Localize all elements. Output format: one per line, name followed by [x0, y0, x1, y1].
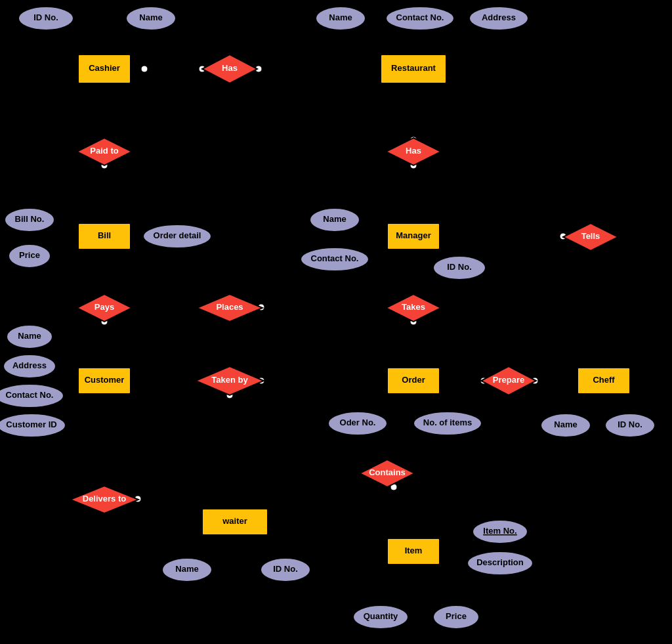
entity-item-label: Item — [405, 546, 423, 555]
attr-restaurant-name-label: Name — [329, 12, 352, 22]
entity-order-label: Order — [402, 375, 425, 385]
attr-waiter-id-label: ID No. — [273, 564, 298, 574]
attr-order-detail-label: Order detail — [154, 230, 201, 240]
attr-manager-name-label: Name — [323, 214, 346, 224]
entity-waiter-label: waiter — [222, 516, 247, 526]
attr-bill-price-label: Price — [19, 250, 40, 260]
attr-item-desc-label: Description — [476, 557, 524, 567]
rel-tells-label: Tells — [581, 231, 600, 241]
svg-line-4 — [341, 33, 400, 56]
attr-restaurant-address-label: Address — [482, 12, 516, 22]
svg-line-40 — [138, 499, 202, 522]
rel-has2-label: Has — [406, 146, 421, 156]
attr-waiter-name-label: Name — [175, 564, 198, 574]
rel-takes-label: Takes — [402, 302, 425, 312]
entity-customer-label: Customer — [85, 375, 125, 385]
attr-item-qty-label: Quantity — [364, 611, 398, 621]
rel-taken-by-label: Taken by — [211, 375, 248, 385]
rel-contains-label: Contains — [369, 467, 406, 477]
attr-cheff-name-label: Name — [554, 419, 577, 429]
rel-pays-label: Pays — [94, 302, 114, 312]
er-diagram: Cashier Restaurant Bill Manager Customer… — [0, 0, 672, 644]
rel-paid-to-label: Paid to — [90, 146, 118, 156]
svg-line-6 — [440, 33, 499, 56]
svg-line-37 — [387, 393, 400, 460]
rel-delivers-to-label: Delivers to — [83, 494, 127, 504]
attr-customer-contact-label: Contact No. — [6, 390, 54, 400]
svg-line-0 — [46, 33, 79, 69]
svg-point-47 — [141, 66, 148, 72]
attr-item-price-label: Price — [446, 611, 467, 621]
attr-customer-name-label: Name — [18, 331, 41, 341]
attr-order-items-label: No. of items — [423, 418, 472, 427]
attr-bill-no-label: Bill No. — [15, 214, 45, 224]
svg-line-1 — [125, 33, 151, 56]
svg-line-24 — [138, 307, 197, 381]
entity-manager-label: Manager — [396, 230, 430, 240]
svg-line-21 — [52, 366, 79, 381]
attr-item-no-label: Item No. — [483, 526, 516, 536]
entity-bill-label: Bill — [98, 230, 111, 240]
entity-cashier-label: Cashier — [89, 63, 120, 73]
entity-cheff-label: Cheff — [593, 375, 615, 385]
svg-line-43 — [394, 565, 413, 604]
rel-places-label: Places — [216, 302, 243, 312]
attr-manager-contact-label: Contact No. — [311, 253, 359, 263]
attr-cheff-id-label: ID No. — [618, 419, 642, 429]
attr-cashier-id-label: ID No. — [33, 12, 58, 22]
attr-cashier-name-label: Name — [139, 12, 162, 22]
svg-line-44 — [423, 566, 456, 604]
attr-restaurant-contact-label: Contact No. — [396, 12, 444, 22]
svg-line-38 — [394, 487, 407, 538]
entity-restaurant-label: Restaurant — [391, 63, 436, 73]
attr-customer-address-label: Address — [12, 360, 47, 370]
attr-order-no-label: Oder No. — [340, 418, 376, 427]
rel-has1-label: Has — [222, 63, 238, 73]
attr-manager-id-label: ID No. — [447, 262, 472, 272]
rel-prepare-label: Prepare — [493, 375, 524, 385]
attr-customer-id-label: Customer ID — [6, 419, 56, 429]
